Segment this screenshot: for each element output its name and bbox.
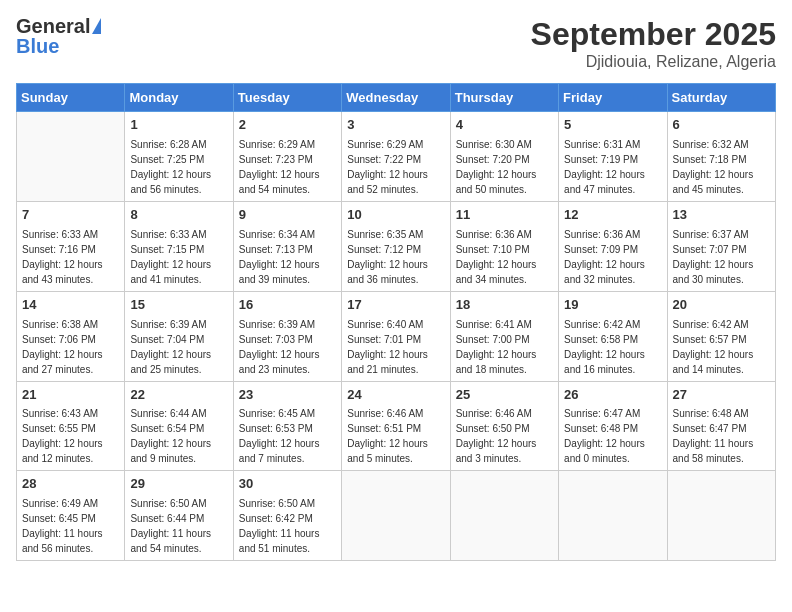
day-info: Sunrise: 6:42 AM Sunset: 6:57 PM Dayligh… (673, 317, 770, 377)
calendar-cell: 19Sunrise: 6:42 AM Sunset: 6:58 PM Dayli… (559, 291, 667, 381)
day-number: 22 (130, 386, 227, 405)
day-info: Sunrise: 6:35 AM Sunset: 7:12 PM Dayligh… (347, 227, 444, 287)
day-info: Sunrise: 6:29 AM Sunset: 7:23 PM Dayligh… (239, 137, 336, 197)
calendar-cell: 2Sunrise: 6:29 AM Sunset: 7:23 PM Daylig… (233, 112, 341, 202)
day-number: 14 (22, 296, 119, 315)
week-row-1: 7Sunrise: 6:33 AM Sunset: 7:16 PM Daylig… (17, 201, 776, 291)
title-block: September 2025 Djidiouia, Relizane, Alge… (531, 16, 776, 71)
day-number: 17 (347, 296, 444, 315)
day-number: 27 (673, 386, 770, 405)
day-number: 11 (456, 206, 553, 225)
day-info: Sunrise: 6:45 AM Sunset: 6:53 PM Dayligh… (239, 406, 336, 466)
header-friday: Friday (559, 84, 667, 112)
calendar-cell: 9Sunrise: 6:34 AM Sunset: 7:13 PM Daylig… (233, 201, 341, 291)
calendar-cell: 25Sunrise: 6:46 AM Sunset: 6:50 PM Dayli… (450, 381, 558, 471)
day-number: 16 (239, 296, 336, 315)
calendar-cell (667, 471, 775, 561)
calendar-cell: 13Sunrise: 6:37 AM Sunset: 7:07 PM Dayli… (667, 201, 775, 291)
day-info: Sunrise: 6:46 AM Sunset: 6:50 PM Dayligh… (456, 406, 553, 466)
day-info: Sunrise: 6:39 AM Sunset: 7:03 PM Dayligh… (239, 317, 336, 377)
day-info: Sunrise: 6:43 AM Sunset: 6:55 PM Dayligh… (22, 406, 119, 466)
day-number: 7 (22, 206, 119, 225)
header-saturday: Saturday (667, 84, 775, 112)
day-number: 28 (22, 475, 119, 494)
calendar-body: 1Sunrise: 6:28 AM Sunset: 7:25 PM Daylig… (17, 112, 776, 561)
calendar-cell (342, 471, 450, 561)
day-number: 24 (347, 386, 444, 405)
day-info: Sunrise: 6:40 AM Sunset: 7:01 PM Dayligh… (347, 317, 444, 377)
day-number: 20 (673, 296, 770, 315)
day-info: Sunrise: 6:49 AM Sunset: 6:45 PM Dayligh… (22, 496, 119, 556)
week-row-0: 1Sunrise: 6:28 AM Sunset: 7:25 PM Daylig… (17, 112, 776, 202)
logo-blue: Blue (16, 36, 59, 56)
day-info: Sunrise: 6:33 AM Sunset: 7:16 PM Dayligh… (22, 227, 119, 287)
header-monday: Monday (125, 84, 233, 112)
calendar-cell: 6Sunrise: 6:32 AM Sunset: 7:18 PM Daylig… (667, 112, 775, 202)
day-info: Sunrise: 6:32 AM Sunset: 7:18 PM Dayligh… (673, 137, 770, 197)
day-number: 2 (239, 116, 336, 135)
calendar-cell: 16Sunrise: 6:39 AM Sunset: 7:03 PM Dayli… (233, 291, 341, 381)
day-info: Sunrise: 6:50 AM Sunset: 6:44 PM Dayligh… (130, 496, 227, 556)
calendar-cell: 1Sunrise: 6:28 AM Sunset: 7:25 PM Daylig… (125, 112, 233, 202)
day-number: 4 (456, 116, 553, 135)
day-number: 5 (564, 116, 661, 135)
calendar-cell (559, 471, 667, 561)
calendar-cell: 22Sunrise: 6:44 AM Sunset: 6:54 PM Dayli… (125, 381, 233, 471)
calendar-cell: 3Sunrise: 6:29 AM Sunset: 7:22 PM Daylig… (342, 112, 450, 202)
day-number: 10 (347, 206, 444, 225)
day-info: Sunrise: 6:29 AM Sunset: 7:22 PM Dayligh… (347, 137, 444, 197)
header-tuesday: Tuesday (233, 84, 341, 112)
day-info: Sunrise: 6:44 AM Sunset: 6:54 PM Dayligh… (130, 406, 227, 466)
week-row-4: 28Sunrise: 6:49 AM Sunset: 6:45 PM Dayli… (17, 471, 776, 561)
day-info: Sunrise: 6:33 AM Sunset: 7:15 PM Dayligh… (130, 227, 227, 287)
calendar-cell: 18Sunrise: 6:41 AM Sunset: 7:00 PM Dayli… (450, 291, 558, 381)
day-info: Sunrise: 6:31 AM Sunset: 7:19 PM Dayligh… (564, 137, 661, 197)
calendar-cell: 7Sunrise: 6:33 AM Sunset: 7:16 PM Daylig… (17, 201, 125, 291)
calendar-header-row: SundayMondayTuesdayWednesdayThursdayFrid… (17, 84, 776, 112)
logo: General Blue (16, 16, 101, 56)
logo-general: General (16, 16, 90, 36)
calendar-cell: 11Sunrise: 6:36 AM Sunset: 7:10 PM Dayli… (450, 201, 558, 291)
calendar-cell: 30Sunrise: 6:50 AM Sunset: 6:42 PM Dayli… (233, 471, 341, 561)
calendar-cell: 4Sunrise: 6:30 AM Sunset: 7:20 PM Daylig… (450, 112, 558, 202)
calendar-cell: 17Sunrise: 6:40 AM Sunset: 7:01 PM Dayli… (342, 291, 450, 381)
header-wednesday: Wednesday (342, 84, 450, 112)
day-number: 19 (564, 296, 661, 315)
calendar-cell (450, 471, 558, 561)
day-info: Sunrise: 6:50 AM Sunset: 6:42 PM Dayligh… (239, 496, 336, 556)
day-info: Sunrise: 6:36 AM Sunset: 7:09 PM Dayligh… (564, 227, 661, 287)
day-number: 13 (673, 206, 770, 225)
calendar-cell: 14Sunrise: 6:38 AM Sunset: 7:06 PM Dayli… (17, 291, 125, 381)
day-number: 25 (456, 386, 553, 405)
calendar-cell: 29Sunrise: 6:50 AM Sunset: 6:44 PM Dayli… (125, 471, 233, 561)
day-info: Sunrise: 6:30 AM Sunset: 7:20 PM Dayligh… (456, 137, 553, 197)
calendar-cell: 20Sunrise: 6:42 AM Sunset: 6:57 PM Dayli… (667, 291, 775, 381)
calendar-cell: 5Sunrise: 6:31 AM Sunset: 7:19 PM Daylig… (559, 112, 667, 202)
week-row-2: 14Sunrise: 6:38 AM Sunset: 7:06 PM Dayli… (17, 291, 776, 381)
day-number: 8 (130, 206, 227, 225)
day-number: 1 (130, 116, 227, 135)
day-info: Sunrise: 6:36 AM Sunset: 7:10 PM Dayligh… (456, 227, 553, 287)
day-number: 9 (239, 206, 336, 225)
calendar-cell (17, 112, 125, 202)
calendar-cell: 28Sunrise: 6:49 AM Sunset: 6:45 PM Dayli… (17, 471, 125, 561)
calendar-cell: 8Sunrise: 6:33 AM Sunset: 7:15 PM Daylig… (125, 201, 233, 291)
day-number: 29 (130, 475, 227, 494)
calendar-cell: 26Sunrise: 6:47 AM Sunset: 6:48 PM Dayli… (559, 381, 667, 471)
calendar-table: SundayMondayTuesdayWednesdayThursdayFrid… (16, 83, 776, 561)
day-info: Sunrise: 6:41 AM Sunset: 7:00 PM Dayligh… (456, 317, 553, 377)
location: Djidiouia, Relizane, Algeria (531, 53, 776, 71)
logo-triangle-icon (92, 18, 101, 34)
page-header: General Blue September 2025 Djidiouia, R… (16, 16, 776, 71)
calendar-cell: 27Sunrise: 6:48 AM Sunset: 6:47 PM Dayli… (667, 381, 775, 471)
day-info: Sunrise: 6:28 AM Sunset: 7:25 PM Dayligh… (130, 137, 227, 197)
day-number: 21 (22, 386, 119, 405)
day-info: Sunrise: 6:46 AM Sunset: 6:51 PM Dayligh… (347, 406, 444, 466)
day-number: 26 (564, 386, 661, 405)
calendar-cell: 23Sunrise: 6:45 AM Sunset: 6:53 PM Dayli… (233, 381, 341, 471)
day-number: 12 (564, 206, 661, 225)
calendar-cell: 12Sunrise: 6:36 AM Sunset: 7:09 PM Dayli… (559, 201, 667, 291)
day-number: 30 (239, 475, 336, 494)
day-info: Sunrise: 6:47 AM Sunset: 6:48 PM Dayligh… (564, 406, 661, 466)
day-info: Sunrise: 6:39 AM Sunset: 7:04 PM Dayligh… (130, 317, 227, 377)
